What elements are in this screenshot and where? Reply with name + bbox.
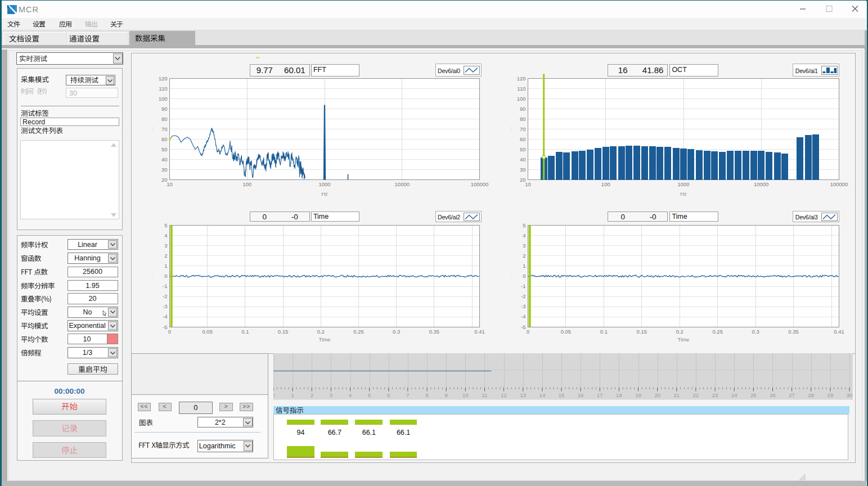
svg-text:-4: -4: [163, 313, 167, 320]
svg-text:0.41: 0.41: [474, 328, 485, 335]
svg-text:100000: 100000: [830, 181, 848, 187]
svg-text:0.2: 0.2: [676, 328, 683, 335]
svg-text:1000: 1000: [318, 181, 330, 187]
svg-text:17: 17: [597, 392, 603, 398]
svg-text:10: 10: [525, 181, 531, 187]
svg-text:90: 90: [520, 106, 526, 112]
svg-text:-3: -3: [521, 303, 525, 309]
svg-text:0: 0: [523, 273, 525, 279]
svg-text:60: 60: [520, 136, 526, 142]
svg-text:0: 0: [164, 273, 167, 279]
svg-text:-2: -2: [521, 293, 525, 299]
svg-text:26: 26: [770, 392, 776, 398]
svg-text:30: 30: [520, 166, 526, 173]
svg-text:29: 29: [827, 392, 834, 398]
svg-text:24: 24: [731, 392, 737, 398]
svg-text:100: 100: [517, 96, 526, 102]
svg-text:-4: -4: [521, 313, 525, 320]
svg-text:120: 120: [159, 75, 168, 82]
svg-text:4: 4: [523, 232, 525, 238]
svg-text:0.15: 0.15: [637, 328, 647, 335]
svg-text:40: 40: [161, 156, 168, 163]
svg-text:Time: Time: [678, 336, 690, 343]
svg-text:14: 14: [539, 392, 546, 398]
svg-text:Pa: Pa: [152, 272, 154, 279]
svg-text:0.41: 0.41: [834, 328, 844, 335]
svg-text:0: 0: [168, 328, 171, 335]
svg-text:Hz: Hz: [680, 191, 687, 197]
svg-text:0.25: 0.25: [712, 328, 723, 335]
svg-text:Pa: Pa: [511, 272, 512, 279]
svg-text:7: 7: [406, 392, 409, 398]
svg-text:70: 70: [161, 126, 168, 132]
svg-text:6: 6: [387, 392, 390, 398]
svg-text:20: 20: [654, 392, 660, 398]
svg-text:0.1: 0.1: [241, 328, 249, 335]
svg-text:28: 28: [808, 392, 814, 398]
svg-text:0.3: 0.3: [752, 328, 759, 335]
svg-text:100: 100: [601, 181, 610, 187]
svg-text:19: 19: [635, 392, 641, 398]
svg-text:10: 10: [167, 181, 173, 187]
svg-text:-1: -1: [521, 283, 525, 289]
svg-text:-2: -2: [163, 293, 167, 299]
svg-text:1000: 1000: [677, 181, 689, 187]
svg-text:8: 8: [425, 392, 428, 398]
svg-text:70: 70: [520, 126, 526, 132]
svg-text:80: 80: [520, 116, 526, 122]
svg-text:5: 5: [368, 392, 371, 398]
svg-text:0.35: 0.35: [788, 328, 799, 335]
svg-text:30: 30: [847, 392, 853, 398]
svg-text:0.05: 0.05: [561, 328, 572, 335]
svg-text:5: 5: [523, 222, 525, 228]
svg-text:0.2: 0.2: [317, 328, 325, 335]
svg-text:0.25: 0.25: [353, 328, 364, 335]
svg-text:-1: -1: [163, 283, 167, 289]
svg-text:18: 18: [616, 392, 622, 398]
svg-text:15: 15: [559, 392, 565, 398]
svg-text:9: 9: [445, 392, 448, 398]
svg-text:0.1: 0.1: [600, 328, 608, 335]
svg-text:4: 4: [349, 392, 352, 398]
svg-text:3: 3: [330, 392, 332, 398]
svg-text:100: 100: [242, 181, 251, 187]
svg-text:4: 4: [164, 232, 167, 238]
svg-text:10: 10: [462, 392, 469, 398]
svg-text:90: 90: [161, 106, 168, 112]
svg-text:50: 50: [520, 146, 526, 152]
svg-text:dB: dB: [511, 126, 512, 133]
svg-text:3: 3: [164, 242, 167, 249]
svg-text:-5: -5: [163, 324, 167, 330]
svg-text:12: 12: [501, 392, 507, 398]
svg-text:16: 16: [578, 392, 584, 398]
svg-text:3: 3: [523, 242, 525, 249]
svg-text:21: 21: [674, 392, 680, 398]
svg-text:11: 11: [482, 392, 488, 398]
svg-text:0.05: 0.05: [202, 328, 213, 335]
svg-text:40: 40: [520, 156, 526, 163]
svg-text:25: 25: [750, 392, 757, 398]
svg-text:dB: dB: [152, 126, 154, 133]
svg-text:0.3: 0.3: [393, 328, 400, 335]
svg-text:5: 5: [164, 222, 167, 228]
svg-text:100000: 100000: [471, 181, 489, 187]
svg-text:120: 120: [517, 75, 526, 82]
svg-text:Time: Time: [319, 336, 331, 343]
svg-text:1: 1: [164, 263, 167, 269]
svg-text:0.35: 0.35: [429, 328, 440, 335]
svg-text:100: 100: [159, 96, 168, 102]
svg-text:0: 0: [527, 328, 529, 335]
svg-text:50: 50: [161, 146, 168, 152]
svg-text:-3: -3: [163, 303, 167, 309]
svg-text:2: 2: [164, 253, 167, 259]
svg-text:110: 110: [159, 86, 167, 92]
svg-text:0.15: 0.15: [278, 328, 288, 335]
svg-text:1: 1: [291, 392, 294, 398]
svg-text:1: 1: [523, 263, 525, 269]
svg-text:60: 60: [161, 136, 168, 142]
svg-text:27: 27: [789, 392, 795, 398]
svg-text:13: 13: [520, 392, 526, 398]
svg-text:10000: 10000: [395, 181, 410, 187]
svg-text:2: 2: [523, 253, 525, 259]
svg-text:22: 22: [693, 392, 699, 398]
